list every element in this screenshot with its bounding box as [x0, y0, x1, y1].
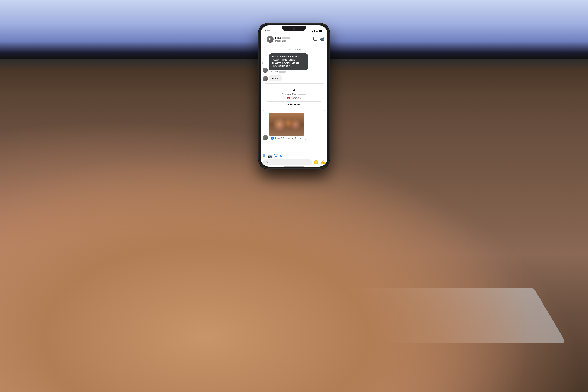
yes-sir-bubble: Yes sir: [269, 75, 282, 81]
image-message-wrapper: BUYING SNACKS FOR A ROAD TRIP SHOULD ALW…: [269, 53, 308, 73]
payment-icon[interactable]: $: [280, 154, 282, 158]
status-time: 8:57: [264, 30, 270, 32]
chat-area: JUN 1, 1:53 PM ⤴ BUYING SNACKS FOR A ROA…: [261, 45, 327, 152]
nav-bar: ‹ F Fred Messenger 📞: [261, 34, 327, 45]
battery-fill: [319, 30, 322, 32]
image-text: BUYING SNACKS FOR A ROAD TRIP SHOULD ALW…: [272, 55, 305, 68]
gif-image: [269, 113, 304, 136]
message-input[interactable]: [263, 159, 312, 165]
share-icon[interactable]: ⤴: [262, 61, 263, 64]
payment-dollar-sign: $: [266, 87, 322, 92]
caption-name: Jennifer: [271, 70, 278, 73]
battery-body: [319, 30, 323, 32]
gif-wrapper: t Tenor GIF Keyboard Reply: [269, 113, 304, 140]
nav-left: ‹ F Fred Messenger: [264, 36, 290, 43]
call-button[interactable]: 📞: [312, 37, 317, 41]
payment-status: Complete: [266, 97, 322, 99]
like-button[interactable]: 👍: [320, 160, 325, 165]
grid-icon[interactable]: ⠿: [263, 154, 265, 158]
phone-screen: 8:57 ▲: [261, 26, 327, 166]
nav-info: Fred Messenger: [275, 36, 290, 42]
status-icons: ▲: [312, 30, 324, 32]
payment-sent-label: You sent Fred: [282, 93, 297, 96]
status-complete-text: Complete: [291, 97, 301, 99]
avatar-initial: F: [269, 38, 271, 41]
see-details-button[interactable]: See Details: [266, 101, 322, 108]
shared-image-message: ⤴ BUYING SNACKS FOR A ROAD TRIP SHOULD A…: [261, 52, 327, 74]
app-name: Messenger: [275, 40, 290, 42]
tenor-label: Tenor GIF Keyboard: [275, 137, 294, 139]
fred-avatar-gif: [263, 135, 268, 140]
image-caption: Jennifer: [269, 70, 308, 73]
gif-message-container: t Tenor GIF Keyboard Reply ⤴: [263, 113, 325, 140]
phone-notch: [282, 26, 306, 31]
photo-icon[interactable]: 🖼: [274, 154, 278, 158]
gif-attribution: t Tenor GIF Keyboard Reply: [269, 136, 304, 140]
wifi-icon: ▲: [316, 30, 318, 32]
contact-name-blurred: [282, 37, 290, 39]
signal-bar-3: [314, 30, 314, 32]
yes-sir-message-row: Yes sir: [261, 74, 327, 82]
image-bubble: BUYING SNACKS FOR A ROAD TRIP SHOULD ALW…: [269, 53, 308, 70]
signal-bar-2: [313, 31, 314, 32]
battery-tip: [323, 30, 324, 32]
tenor-icon: t: [271, 136, 274, 140]
signal-bars: [312, 30, 315, 32]
front-camera: [293, 28, 295, 30]
payment-card: $ You sent Fred Complete See Details: [263, 84, 325, 111]
home-indicator[interactable]: [284, 166, 304, 167]
signal-bar-4: [314, 30, 315, 32]
back-button[interactable]: ‹: [264, 37, 265, 41]
payment-sent-text: You sent Fred: [266, 93, 322, 96]
video-call-button[interactable]: 📹: [320, 37, 324, 41]
contact-avatar[interactable]: F: [266, 36, 274, 43]
phone-device: 8:57 ▲: [259, 24, 329, 168]
caption-blur: [279, 71, 286, 72]
fred-avatar-small: [263, 68, 268, 73]
battery-icon: [319, 30, 324, 32]
camera-icon[interactable]: 📷: [268, 154, 272, 158]
input-toolbar: ⠿ 📷 🖼 $ 🙂 👍: [261, 152, 327, 166]
nav-right: 📞 📹: [312, 37, 324, 41]
gif-share-icon[interactable]: ⤴: [305, 137, 307, 140]
payment-recipient-blur: [298, 94, 306, 96]
contact-name[interactable]: Fred: [275, 36, 290, 40]
reply-button[interactable]: Reply: [295, 137, 301, 139]
status-indicator-dot: [287, 97, 290, 99]
toolbar-icons: ⠿ 📷 🖼 $: [263, 154, 325, 158]
screen-content: 8:57 ▲: [261, 26, 327, 166]
emoji-button[interactable]: 🙂: [314, 160, 318, 165]
phone-wrapper: 8:57 ▲: [259, 24, 329, 168]
date-label: JUN 1, 1:53 PM: [261, 47, 327, 52]
fred-avatar-yes-sir: [263, 76, 268, 81]
input-row: 🙂 👍: [263, 159, 325, 165]
signal-bar-1: [312, 31, 312, 32]
contact-name-text: Fred: [275, 36, 281, 40]
